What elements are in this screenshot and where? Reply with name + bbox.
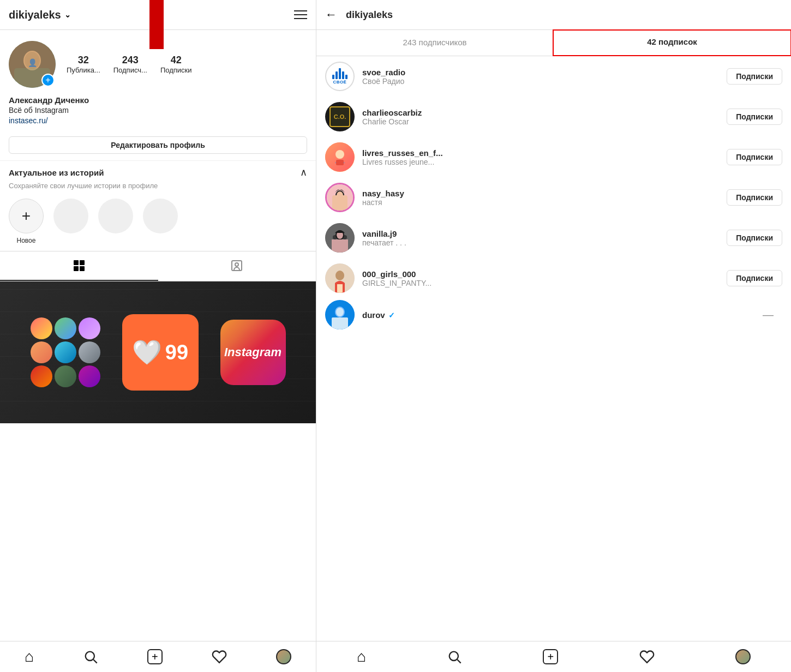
person-tag-icon xyxy=(230,259,243,272)
svg-rect-23 xyxy=(332,239,348,253)
svg-rect-7 xyxy=(74,266,79,271)
search-icon[interactable] xyxy=(83,649,98,664)
svg-text:👤: 👤 xyxy=(28,58,38,68)
left-username: dikiyaleks xyxy=(9,9,61,21)
svg-point-24 xyxy=(333,235,337,239)
plus-icon: + xyxy=(22,207,31,225)
svg-point-14 xyxy=(335,150,344,159)
bottom-nav-left: ⌂ + xyxy=(0,641,316,672)
heart-icon-right[interactable] xyxy=(639,649,655,664)
highlight-placeholder-2[interactable] xyxy=(98,199,133,244)
follow-handle: nasy_hasy xyxy=(362,189,719,198)
highlights-title: Актуальное из историй xyxy=(9,168,104,177)
like-count: 99 xyxy=(165,341,188,364)
svg-rect-6 xyxy=(80,260,85,265)
hamburger-icon[interactable] xyxy=(294,8,307,22)
svg-line-12 xyxy=(93,659,97,663)
grid-icon xyxy=(73,259,86,272)
instagram-wordmark: Instagram xyxy=(224,345,281,359)
new-highlight-circle[interactable]: + xyxy=(9,199,44,233)
right-header: ← dikiyaleks xyxy=(316,0,791,30)
follow-subname: Charlie Oscar xyxy=(362,117,719,126)
stats-wrapper: 32 Публика... 243 Подписч... 42 Подписки xyxy=(67,55,192,74)
svg-point-10 xyxy=(235,263,238,266)
profile-avatar-nav-right[interactable] xyxy=(735,649,751,664)
following-count: 42 xyxy=(171,55,182,66)
add-post-icon[interactable]: + xyxy=(147,649,163,664)
svg-line-34 xyxy=(457,659,460,663)
follow-info-vanilla: vanilla.j9 печатает . . . xyxy=(362,229,719,247)
follow-avatar-livres[interactable] xyxy=(325,142,355,172)
follow-subname: Livres russes jeune... xyxy=(362,158,719,166)
new-highlight-item[interactable]: + Новое xyxy=(9,199,44,244)
follow-avatar-vanilla[interactable] xyxy=(325,223,355,253)
follow-subname: GIRLS_IN_PANTY... xyxy=(362,279,719,287)
back-button[interactable]: ← xyxy=(325,8,337,22)
list-item: livres_russes_en_f... Livres russes jeun… xyxy=(316,137,791,177)
highlight-circle-3 xyxy=(143,199,178,233)
username-area[interactable]: dikiyaleks ⌄ xyxy=(9,9,71,21)
edit-profile-button[interactable]: Редактировать профиль xyxy=(9,136,307,154)
follow-avatar-svoe-radio[interactable]: СВОЁ xyxy=(325,62,355,91)
follow-avatar-nasy[interactable] xyxy=(325,183,355,212)
highlights-collapse-icon[interactable]: ∧ xyxy=(300,166,307,178)
follow-subname: печатает . . . xyxy=(362,238,719,247)
follow-handle: livres_russes_en_f... xyxy=(362,148,719,158)
follow-info-charlie: charlieoscarbiz Charlie Oscar xyxy=(362,108,719,126)
posts-preview: 🤍 99 Instagram xyxy=(0,281,316,641)
following-stat[interactable]: 42 Подписки xyxy=(160,55,192,74)
new-highlight-label: Новое xyxy=(17,237,36,244)
followers-stat[interactable]: 243 Подписч... xyxy=(113,55,147,74)
bio-link[interactable]: instasec.ru/ xyxy=(9,116,48,125)
profile-section: 👤 + 32 Публика... 243 Подписч... 42 Подп… xyxy=(0,30,316,93)
follow-button-nasy[interactable]: Подписки xyxy=(727,189,782,206)
posts-stat[interactable]: 32 Публика... xyxy=(67,55,100,74)
follow-avatar-000girls[interactable] xyxy=(325,263,355,293)
svg-point-31 xyxy=(336,308,344,316)
highlight-placeholder-3[interactable] xyxy=(143,199,178,244)
follow-button-svoe-radio[interactable]: Подписки xyxy=(727,68,782,85)
following-tab[interactable]: 42 подписок xyxy=(553,29,791,56)
posts-image-area: 🤍 99 Instagram xyxy=(0,281,316,423)
svg-point-11 xyxy=(86,652,94,661)
follow-button-000girls[interactable]: Подписки xyxy=(727,270,782,286)
svg-point-27 xyxy=(335,271,344,280)
left-panel: dikiyaleks ⌄ 👤 + xyxy=(0,0,316,672)
avatar[interactable]: 👤 + xyxy=(9,41,56,88)
like-badge: 🤍 99 xyxy=(122,314,199,391)
tab-tagged[interactable] xyxy=(158,251,316,281)
list-item: C.O. charlieoscarbiz Charlie Oscar Подпи… xyxy=(316,97,791,137)
follow-subname: настя xyxy=(362,198,719,207)
highlight-placeholder-1[interactable] xyxy=(53,199,88,244)
add-story-button[interactable]: + xyxy=(41,74,55,87)
list-item: 000_girls_000 GIRLS_IN_PANTY... Подписки xyxy=(316,258,791,298)
follow-handle: svoe_radio xyxy=(362,68,719,77)
verified-icon: ✓ xyxy=(388,311,395,320)
svg-rect-8 xyxy=(80,266,85,271)
follow-info-nasy: nasy_hasy настя xyxy=(362,189,719,207)
heart-icon[interactable] xyxy=(212,649,227,664)
follow-handle: durov ✓ xyxy=(362,310,746,320)
following-label: Подписки xyxy=(160,66,192,74)
follow-avatar-charlie[interactable]: C.O. xyxy=(325,102,355,131)
follow-button-charlie[interactable]: Подписки xyxy=(727,109,782,125)
follow-avatar-durov[interactable] xyxy=(325,300,355,329)
add-post-icon-right[interactable]: + xyxy=(543,649,558,664)
highlights-row: + Новое xyxy=(9,196,307,247)
follow-button-vanilla[interactable]: Подписки xyxy=(727,230,782,246)
posts-count: 32 xyxy=(78,55,89,66)
follow-button-livres[interactable]: Подписки xyxy=(727,149,782,165)
profile-avatar-nav[interactable] xyxy=(276,649,291,664)
followers-tab[interactable]: 243 подписчиков xyxy=(316,30,553,56)
follow-button-durov: — xyxy=(754,309,782,321)
chevron-down-icon[interactable]: ⌄ xyxy=(64,10,71,19)
home-icon-right[interactable]: ⌂ xyxy=(357,648,366,665)
follow-info-durov: durov ✓ xyxy=(362,310,746,320)
followers-count: 243 xyxy=(122,55,139,66)
home-icon[interactable]: ⌂ xyxy=(25,648,34,665)
tab-grid[interactable] xyxy=(0,251,158,281)
list-item: durov ✓ — xyxy=(316,298,791,331)
search-icon-right[interactable] xyxy=(447,649,462,664)
highlight-circle-2 xyxy=(98,199,133,233)
right-panel: ← dikiyaleks 243 подписчиков 42 подписок xyxy=(316,0,791,672)
